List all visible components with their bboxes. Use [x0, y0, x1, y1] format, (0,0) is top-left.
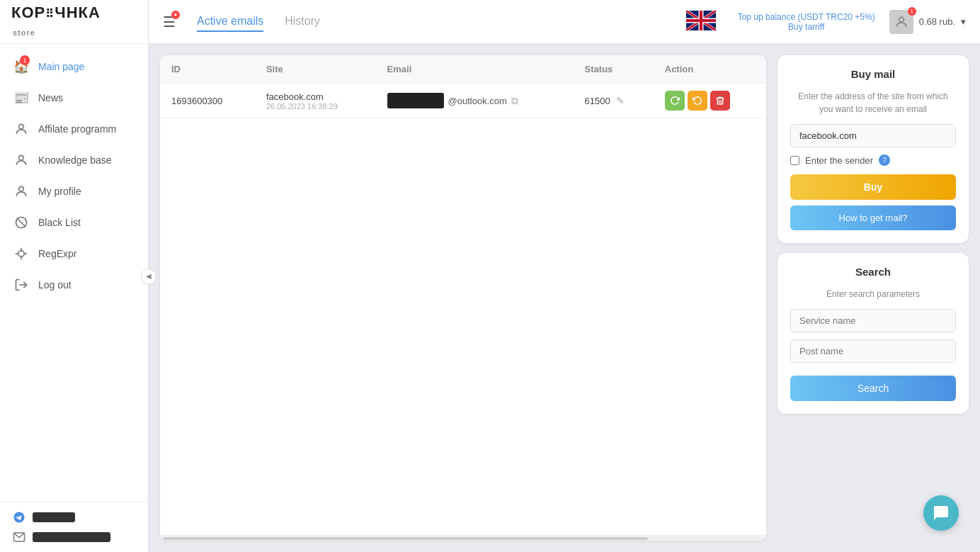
language-flag[interactable] — [685, 11, 717, 33]
search-button[interactable]: Search — [790, 376, 956, 401]
buy-mail-description: Enter the address of the site from which… — [790, 90, 956, 116]
sidebar-label-regexpr: RegExpr — [38, 248, 76, 259]
sidebar-item-news[interactable]: 📰 News — [0, 82, 148, 113]
tab-active-emails[interactable]: Active emails — [197, 12, 263, 32]
emails-table: ID Site Email Status Action 1693600300 — [160, 55, 766, 118]
logo-sub: store — [13, 28, 35, 37]
buy-mail-site-input[interactable] — [790, 124, 956, 147]
sidebar-item-my-profile[interactable]: My profile — [0, 176, 148, 207]
sidebar-item-knowledge[interactable]: Knowledge base — [0, 145, 148, 176]
email-suffix: @outlook.com — [448, 96, 507, 106]
sidebar-badge-main-page: 1 — [20, 55, 30, 65]
col-site: Site — [255, 55, 376, 84]
col-status: Status — [574, 55, 654, 84]
sidebar: КОР⠿ЧНКАstore 🏠 Main page 1 📰 News Affil… — [0, 0, 149, 552]
col-id: ID — [160, 55, 255, 84]
search-description: Enter search parameters — [790, 288, 956, 300]
email-redacted-block — [387, 93, 444, 108]
cell-id: 1693600300 — [160, 84, 255, 118]
balance-info: Top up balance (USDT TRC20 +5%) Buy tarr… — [738, 12, 875, 32]
cell-status: 61500 ✎ — [574, 84, 654, 118]
sidebar-bottom — [0, 502, 148, 552]
sidebar-collapse-button[interactable]: ◀ — [141, 269, 156, 284]
help-icon[interactable]: ? — [879, 154, 890, 166]
horizontal-scroll[interactable] — [160, 535, 766, 541]
how-to-get-button[interactable]: How to get mail? — [790, 205, 956, 230]
enter-sender-label: Enter the sender — [805, 155, 873, 166]
hamburger-badge: ● — [171, 11, 180, 19]
logo-text: КОР⠿ЧНКАstore — [11, 4, 101, 38]
buy-tariff-link[interactable]: Buy tarriff — [738, 22, 875, 32]
sidebar-nav: 🏠 Main page 1 📰 News Affilate programm K… — [0, 44, 148, 502]
svg-point-13 — [899, 17, 904, 22]
sidebar-label-logout: Log out — [38, 279, 72, 291]
balance-amount: 0.68 rub. — [919, 16, 955, 27]
svg-point-5 — [18, 251, 24, 257]
enter-sender-checkbox[interactable] — [790, 156, 799, 165]
sidebar-label-knowledge: Knowledge base — [38, 154, 112, 166]
sidebar-email — [13, 531, 135, 543]
sidebar-item-logout[interactable]: Log out — [0, 269, 148, 300]
header-right: Top up balance (USDT TRC20 +5%) Buy tarr… — [738, 10, 966, 34]
user-avatar: 1 — [889, 10, 913, 34]
email-value — [33, 532, 110, 542]
site-date: 26.05.2023 16:38:29 — [266, 102, 365, 111]
user-area[interactable]: 1 0.68 rub. ▾ — [889, 10, 966, 34]
logout-icon — [13, 276, 30, 293]
action-refresh-button[interactable] — [665, 91, 685, 111]
right-panel: Buy mail Enter the address of the site f… — [777, 55, 969, 541]
sidebar-label-main-page: Main page — [38, 61, 84, 72]
search-title: Search — [790, 266, 956, 278]
chat-bubble-button[interactable] — [923, 495, 959, 531]
copy-email-icon[interactable]: ⧉ — [511, 95, 518, 107]
sidebar-item-affiliate[interactable]: Affilate programm — [0, 113, 148, 145]
svg-point-0 — [19, 124, 24, 129]
profile-icon — [13, 183, 30, 200]
sidebar-label-affiliate: Affilate programm — [38, 123, 116, 135]
enter-sender-row: Enter the sender ? — [790, 154, 956, 166]
buy-button[interactable]: Buy — [790, 174, 956, 200]
emails-table-area: ID Site Email Status Action 1693600300 — [160, 55, 766, 541]
sidebar-label-my-profile: My profile — [38, 186, 81, 197]
regexpr-icon — [13, 245, 30, 262]
user-avatar-badge: 1 — [908, 7, 916, 16]
header: ☰ ● Active emails History Top up balance… — [149, 0, 980, 44]
post-name-input[interactable] — [790, 339, 956, 363]
site-name: facebook.com — [266, 91, 365, 102]
sidebar-label-news: News — [38, 92, 63, 103]
col-email: Email — [376, 55, 574, 84]
sidebar-label-black-list: Black List — [38, 217, 81, 228]
sidebar-item-regexpr[interactable]: RegExpr — [0, 238, 148, 269]
scroll-thumb — [163, 537, 648, 540]
action-delete-button[interactable] — [710, 91, 730, 111]
status-value: 61500 — [585, 96, 610, 106]
service-name-input[interactable] — [790, 309, 956, 332]
sidebar-item-main-page[interactable]: 🏠 Main page 1 — [0, 51, 148, 82]
cell-email: @outlook.com ⧉ — [376, 84, 574, 118]
cell-action — [654, 84, 766, 118]
blacklist-icon — [13, 214, 30, 231]
buy-mail-card: Buy mail Enter the address of the site f… — [777, 55, 969, 243]
edit-status-icon[interactable]: ✎ — [616, 95, 625, 106]
sidebar-logo: КОР⠿ЧНКАstore — [0, 0, 148, 44]
main-content: ☰ ● Active emails History Top up balance… — [149, 0, 980, 552]
news-icon: 📰 — [13, 89, 30, 106]
nav-tabs: Active emails History — [197, 12, 664, 32]
svg-point-2 — [19, 186, 24, 191]
search-card: Search Enter search parameters Search — [777, 253, 969, 414]
affiliate-icon — [13, 120, 30, 137]
tab-history[interactable]: History — [285, 12, 320, 32]
knowledge-icon — [13, 152, 30, 169]
hamburger-menu[interactable]: ☰ ● — [163, 13, 176, 30]
sidebar-item-black-list[interactable]: Black List — [0, 207, 148, 238]
table-row: 1693600300 facebook.com 26.05.2023 16:38… — [160, 84, 766, 118]
user-dropdown-arrow[interactable]: ▾ — [961, 16, 966, 27]
topup-link[interactable]: Top up balance (USDT TRC20 +5%) — [738, 12, 875, 22]
svg-point-1 — [19, 155, 24, 160]
action-reload-button[interactable] — [688, 91, 707, 111]
col-action: Action — [654, 55, 766, 84]
sidebar-telegram — [13, 511, 135, 524]
cell-site: facebook.com 26.05.2023 16:38:29 — [255, 84, 376, 118]
buy-mail-title: Buy mail — [790, 68, 956, 80]
body-area: ID Site Email Status Action 1693600300 — [149, 44, 980, 552]
